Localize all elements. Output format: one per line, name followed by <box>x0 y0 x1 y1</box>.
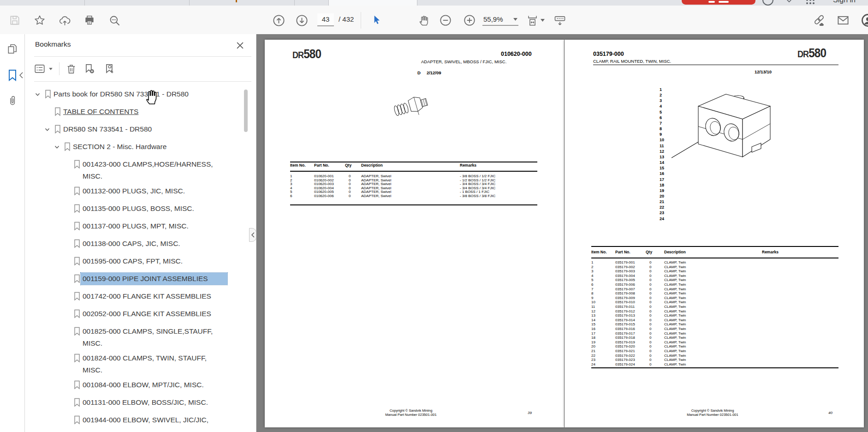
table-header: Item No. <box>591 250 607 254</box>
chevron-spacer <box>61 414 71 417</box>
bookmark-item[interactable]: 001595-000 CAPS, FPT, MISC. <box>25 252 256 270</box>
page-number-input[interactable]: 43 <box>317 13 334 26</box>
bookmark-item[interactable]: TABLE OF CONTENTS <box>25 103 256 120</box>
bookmark-item[interactable]: 001137-000 PLUGS, MPT, MISC. <box>25 217 256 235</box>
bookmark-item-label[interactable]: 001423-000 CLAMPS,HOSE/HARNESS, MISC. <box>83 158 219 182</box>
sign-in-label[interactable]: Sign in <box>833 0 856 4</box>
help-circle-icon[interactable] <box>762 0 773 6</box>
bookmark-item[interactable]: 001084-000 ELBOW, MPT/JIC, MISC. <box>25 376 256 394</box>
bookmark-item[interactable]: DR580 SN 733541 - DR580 <box>25 120 256 138</box>
table-cell: 3 <box>591 269 593 273</box>
tab-notification-tick <box>236 0 237 2</box>
bookmark-item[interactable]: 002052-000 FLANGE KIT ASSEMBLIES <box>25 305 256 323</box>
hand-tool-button[interactable] <box>416 13 431 28</box>
bookmark-item-label[interactable]: 001135-000 PLUGS, BOSS, MISC. <box>83 203 194 215</box>
envelope-icon <box>836 13 850 27</box>
bookmark-item[interactable]: 001825-000 CLAMPS, SINGLE,STAUFF, MISC. <box>25 323 256 349</box>
panel-scrollbar[interactable] <box>244 90 248 132</box>
bookmark-item[interactable]: 001132-000 PLUGS, JIC, MISC. <box>25 182 256 200</box>
bookmark-options-caret[interactable] <box>47 62 54 75</box>
chevron-down-icon[interactable] <box>32 88 42 97</box>
bookmark-item-label[interactable]: 001131-000 ELBOW, BOSS/JIC, MISC. <box>83 396 208 408</box>
bookmark-item-label[interactable]: 001084-000 ELBOW, MPT/JIC, MISC. <box>83 379 204 391</box>
fit-width-button[interactable] <box>525 13 540 28</box>
table-row: 12035179-0120CLAMP, Twin <box>591 309 838 313</box>
bookmark-item[interactable]: 001131-000 ELBOW, BOSS/JIC, MISC. <box>25 394 256 411</box>
print-button[interactable] <box>82 13 97 28</box>
bookmark-item-label[interactable]: 002052-000 FLANGE KIT ASSEMBLIES <box>83 308 211 320</box>
chevron-down-icon[interactable] <box>52 141 62 150</box>
bookmark-item-label[interactable]: 001944-000 ELBOW, SWIVEL, JIC/JIC, <box>83 414 208 426</box>
attachments-button[interactable] <box>6 95 19 108</box>
document-viewport[interactable]: DR580 010620-000 ADAPTER, SWIVEL, MBOSS … <box>256 34 868 432</box>
search-button[interactable] <box>107 13 122 28</box>
bookmark-item-label[interactable]: Parts book for DR580 SN 733541 - DR580 <box>54 88 189 100</box>
page-thumbnails-button[interactable] <box>6 42 19 55</box>
share-cloud-button[interactable] <box>57 13 72 28</box>
expand-current-bookmark-button[interactable] <box>103 62 116 75</box>
table-cell: - 3/8 BOSS / 3/8 FJIC <box>460 194 495 198</box>
plus-circle-icon <box>463 14 476 27</box>
bookmark-item-label[interactable]: 001595-000 CAPS, FPT, MISC. <box>83 255 183 267</box>
close-panel-button[interactable] <box>233 39 246 52</box>
bookmarks-panel-button[interactable] <box>6 69 19 82</box>
chevron-down-icon[interactable] <box>42 123 52 132</box>
bookmark-item-label[interactable]: 001824-000 CLAMPS, TWIN, STAUFF, MISC. <box>83 352 219 376</box>
table-cell: 0 <box>349 194 351 198</box>
bookmark-item[interactable]: 001824-000 CLAMPS, TWIN, STAUFF, MISC. <box>25 349 256 376</box>
table-cell: 0 <box>649 300 651 304</box>
zoom-level-select[interactable]: 55,9% <box>482 13 518 26</box>
previous-page-button[interactable] <box>271 13 286 28</box>
delete-bookmark-button[interactable] <box>65 62 77 75</box>
chevron-down-icon[interactable] <box>786 0 792 3</box>
bookmark-item[interactable]: 001944-000 ELBOW, SWIVEL, JIC/JIC, <box>25 411 256 429</box>
bookmark-item[interactable]: 001135-000 PLUGS, BOSS, MISC. <box>25 200 256 217</box>
table-cell: 19 <box>591 340 595 344</box>
collapse-panel-handle[interactable] <box>249 228 256 242</box>
profile-avatar[interactable] <box>861 13 868 28</box>
table-cell: 0 <box>649 362 651 366</box>
bookmark-item[interactable]: SECTION 2 - Misc. Hardware <box>25 138 256 156</box>
bookmark-item[interactable]: Parts book for DR580 SN 733541 - DR580 <box>25 85 256 103</box>
bookmark-item-label[interactable]: DR580 SN 733541 - DR580 <box>63 123 152 135</box>
add-bookmark-button[interactable] <box>83 62 96 75</box>
bookmark-item[interactable]: 001742-000 FLANGE KIT ASSEMBLIES <box>25 288 256 305</box>
select-tool-button[interactable] <box>369 13 384 28</box>
save-button[interactable] <box>7 13 22 28</box>
apps-grid-icon[interactable] <box>806 0 814 4</box>
table-row: 19035179-0190CLAMP, Twin <box>591 340 838 344</box>
email-button[interactable] <box>836 13 850 28</box>
link-icon <box>812 13 826 27</box>
share-link-button[interactable] <box>812 13 826 28</box>
star-button[interactable] <box>32 13 47 28</box>
table-row: 8035179-0080CLAMP, Twin <box>591 291 838 295</box>
bookmark-item-label[interactable]: 001138-000 CAPS, JIC, MISC. <box>83 238 180 250</box>
bookmark-item-label[interactable]: 001742-000 FLANGE KIT ASSEMBLIES <box>83 290 211 302</box>
table-rule <box>591 367 838 368</box>
bookmark-item[interactable]: 001159-000 PIPE JOINT ASSEMBLIES <box>25 270 256 288</box>
options-list-icon <box>34 63 46 75</box>
trial-button[interactable] <box>682 0 755 5</box>
hide-toolbar-button[interactable] <box>553 13 567 28</box>
bookmark-item-label[interactable]: 001825-000 CLAMPS, SINGLE,STAUFF, MISC. <box>83 325 219 349</box>
bookmark-item-label[interactable]: SECTION 2 - Misc. Hardware <box>73 141 166 153</box>
bookmark-options-button[interactable] <box>33 62 46 75</box>
cursor-arrow-icon <box>370 14 382 26</box>
table-cell: CLAMP, Twin <box>664 269 686 273</box>
toolbar-collapse-icon <box>553 14 566 27</box>
table-cell: ADAPTER, Swivel <box>361 194 391 198</box>
fit-options-caret[interactable] <box>539 13 546 28</box>
bookmark-item-label[interactable]: TABLE OF CONTENTS <box>63 106 138 118</box>
bookmark-item-label[interactable]: 001132-000 PLUGS, JIC, MISC. <box>83 185 185 197</box>
zoom-in-button[interactable] <box>462 13 477 28</box>
zoom-out-button[interactable] <box>438 13 453 28</box>
bookmark-item-label[interactable]: 001137-000 PLUGS, MPT, MISC. <box>83 220 189 232</box>
next-page-button[interactable] <box>294 13 309 28</box>
table-cell: 035179-002 <box>615 265 635 269</box>
bookmark-item-label[interactable]: 001159-000 PIPE JOINT ASSEMBLIES <box>81 273 227 285</box>
active-document-tab[interactable] <box>328 0 417 6</box>
table-cell: CLAMP, Twin <box>664 260 686 264</box>
bookmark-item[interactable]: 001423-000 CLAMPS,HOSE/HARNESS, MISC. <box>25 156 256 182</box>
bookmark-item[interactable]: 001138-000 CAPS, JIC, MISC. <box>25 235 256 252</box>
table-cell: 0 <box>649 291 651 295</box>
